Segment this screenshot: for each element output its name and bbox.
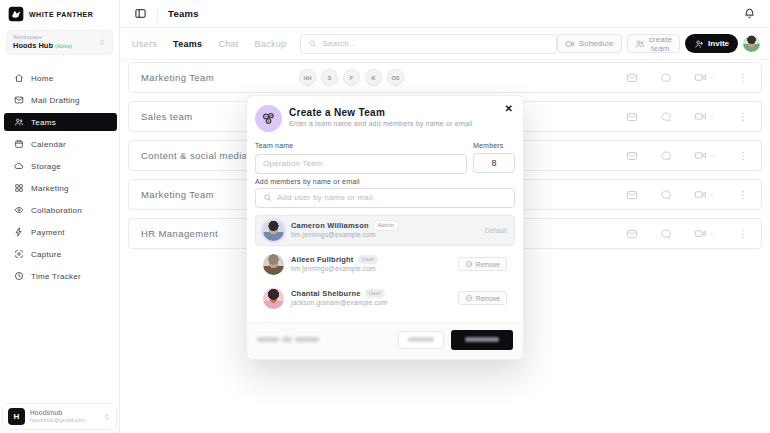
team-name: Marketing Team — [141, 72, 299, 83]
remove-member-button[interactable]: Remove — [458, 257, 507, 271]
video-call-dropdown[interactable] — [694, 110, 715, 123]
chat-icon[interactable] — [660, 150, 672, 162]
member-name: Aileen Fullbright — [291, 255, 354, 265]
sidebar-item-mail-drafting[interactable]: Mail Drafting — [0, 89, 119, 111]
remove-member-button[interactable]: Remove — [458, 291, 507, 305]
tab-bar: Users Teams Chat Backup — [130, 39, 286, 49]
member-chip: HH — [299, 69, 316, 86]
app-window: WHITE PANTHER Workspace Hoods Hub (Activ… — [0, 0, 770, 433]
chevron-down-icon — [709, 192, 715, 198]
member-row[interactable]: Chantal Shelburne User jackson.graham@ex… — [255, 283, 515, 314]
kebab-menu-icon[interactable] — [737, 150, 749, 162]
member-email: tim.jennings@example.com — [291, 265, 451, 274]
profile-avatar: H — [8, 408, 25, 425]
sidebar-item-label: Mail Drafting — [31, 96, 80, 105]
mail-icon[interactable] — [626, 150, 638, 162]
kebab-menu-icon[interactable] — [737, 189, 749, 201]
schedule-button[interactable]: Schedule — [557, 34, 622, 53]
workspace-status: (Active) — [55, 43, 72, 49]
member-name: Chantal Shelburne — [291, 289, 361, 299]
chat-icon[interactable] — [660, 189, 672, 201]
search-input[interactable] — [322, 39, 548, 48]
chat-icon[interactable] — [660, 72, 672, 84]
chat-icon[interactable] — [660, 111, 672, 123]
chevron-down-icon — [709, 75, 715, 81]
members-count-input[interactable] — [473, 153, 515, 173]
member-email: tim.jennings@example.com — [291, 231, 478, 240]
mail-icon[interactable] — [626, 189, 638, 201]
member-list: Cameron Williamson Admin tim.jennings@ex… — [253, 215, 517, 314]
member-row[interactable]: Aileen Fullbright User tim.jennings@exam… — [255, 249, 515, 280]
workspace-selector[interactable]: Workspace Hoods Hub (Active) — [6, 30, 113, 55]
topbar: Teams — [120, 0, 770, 28]
member-name: Cameron Williamson — [291, 221, 369, 231]
add-user-input[interactable] — [277, 193, 507, 202]
mail-icon[interactable] — [626, 111, 638, 123]
divider — [157, 7, 158, 21]
bell-icon[interactable] — [743, 7, 756, 20]
member-avatar — [263, 288, 284, 309]
search-box — [300, 34, 556, 54]
member-chip: K — [365, 69, 382, 86]
panel-toggle-icon[interactable] — [134, 7, 147, 20]
profile-card[interactable]: H Hoodshub hoodshub@gmail.com — [2, 403, 117, 430]
mail-icon[interactable] — [626, 228, 638, 240]
kebab-menu-icon[interactable] — [737, 228, 749, 240]
modal-subtitle: Enter a team name and add members by nam… — [289, 120, 473, 127]
bolt-icon — [14, 227, 24, 237]
collaboration-icon — [14, 205, 24, 215]
users-icon — [635, 39, 645, 49]
sidebar-item-storage[interactable]: Storage — [0, 155, 119, 177]
sidebar-item-calendar[interactable]: Calendar — [0, 133, 119, 155]
chevron-down-icon — [709, 153, 715, 159]
create-team-button[interactable]: create team — [627, 34, 680, 53]
modal-footer — [247, 322, 523, 359]
member-chips: HH S F K OS — [299, 69, 404, 86]
video-call-dropdown[interactable] — [694, 227, 715, 240]
user-avatar[interactable] — [743, 35, 760, 52]
tab-backup[interactable]: Backup — [255, 39, 287, 49]
brand: WHITE PANTHER — [0, 0, 119, 22]
sidebar-item-collaboration[interactable]: Collaboration — [0, 199, 119, 221]
sidebar-item-payment[interactable]: Payment — [0, 221, 119, 243]
tab-chat[interactable]: Chat — [218, 39, 238, 49]
invite-button[interactable]: Invite — [685, 34, 738, 53]
secondary-button-redacted[interactable] — [398, 331, 444, 349]
kebab-menu-icon[interactable] — [737, 111, 749, 123]
brand-logo-icon — [8, 6, 24, 22]
capture-icon — [14, 249, 24, 259]
team-cluster-icon — [255, 105, 282, 132]
tab-users[interactable]: Users — [132, 39, 157, 49]
video-call-dropdown[interactable] — [694, 149, 715, 162]
mail-icon[interactable] — [626, 72, 638, 84]
chevron-updown-icon — [98, 38, 106, 46]
close-icon[interactable]: ✕ — [505, 104, 513, 114]
video-call-dropdown[interactable] — [694, 71, 715, 84]
tab-teams[interactable]: Teams — [173, 39, 202, 49]
video-call-dropdown[interactable] — [694, 188, 715, 201]
team-name-input[interactable] — [255, 154, 467, 174]
chat-icon[interactable] — [660, 228, 672, 240]
member-chip: F — [343, 69, 360, 86]
toolbar: Users Teams Chat Backup Schedule create … — [120, 28, 770, 60]
kebab-menu-icon[interactable] — [737, 72, 749, 84]
sidebar-nav: Home Mail Drafting Teams Calendar Storag… — [0, 67, 119, 287]
search-icon — [263, 193, 272, 202]
sidebar-item-time-tracker[interactable]: Time Tracker — [0, 265, 119, 287]
profile-name: Hoodshub — [30, 409, 85, 417]
cloud-icon — [14, 161, 24, 171]
add-user-box — [255, 188, 515, 208]
sidebar-item-marketing[interactable]: Marketing — [0, 177, 119, 199]
member-chip: OS — [387, 69, 404, 86]
sidebar-item-home[interactable]: Home — [0, 67, 119, 89]
team-row[interactable]: Marketing Team HH S F K OS — [128, 62, 762, 93]
grid-icon — [14, 183, 24, 193]
home-icon — [14, 73, 24, 83]
member-row[interactable]: Cameron Williamson Admin tim.jennings@ex… — [255, 215, 515, 246]
sidebar-item-capture[interactable]: Capture — [0, 243, 119, 265]
primary-button-redacted[interactable] — [451, 330, 513, 350]
create-team-modal: ✕ Create a New Team Enter a team name an… — [246, 95, 524, 360]
member-chip: S — [321, 69, 338, 86]
sidebar-item-teams[interactable]: Teams — [4, 113, 117, 131]
role-badge: Admin — [373, 220, 400, 231]
